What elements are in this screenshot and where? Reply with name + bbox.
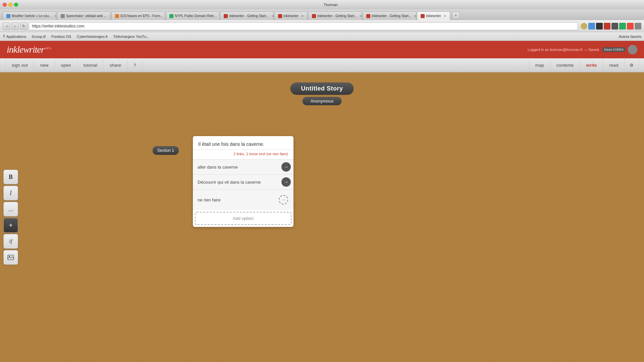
story-card-text[interactable]: Il était une fois dans la caverne.: [193, 136, 293, 150]
tab-label-4: inklewriter - Getting Start...: [229, 14, 269, 18]
browser-tab-6[interactable]: inklewriter - Getting Start... ✕: [308, 11, 362, 20]
browser-tab-0[interactable]: Modifier l'article « Le cou... ✕: [3, 11, 56, 20]
section-label[interactable]: Section 1: [153, 146, 179, 155]
italic-button[interactable]: I: [3, 186, 18, 200]
extension-icon-1[interactable]: [588, 23, 595, 29]
choice-option-0[interactable]: aller dans la caverne →: [193, 159, 293, 174]
nav-read-button[interactable]: read: [603, 58, 625, 72]
choice-arrow-1: →: [281, 177, 291, 187]
choice-text-1: Découvrir qui vit dans la caverne: [193, 176, 279, 189]
browser-tab-4[interactable]: inklewriter - Getting Start... ✕: [220, 11, 274, 20]
story-author-pill[interactable]: Anonymous: [303, 97, 342, 105]
bold-button[interactable]: B: [3, 170, 18, 184]
nav-map-button[interactable]: map: [529, 58, 550, 72]
browser-tab-5[interactable]: inklewriter ✕: [274, 11, 308, 20]
image-icon: [7, 255, 14, 260]
extension-icon-5[interactable]: [619, 23, 626, 29]
back-button[interactable]: ◀: [3, 22, 10, 30]
choice-option-2[interactable]: ne rien faire →: [193, 189, 293, 210]
story-title-container: Untitled Story Anonymous: [290, 82, 354, 105]
bookmark-autres[interactable]: Autres favoris: [619, 35, 641, 39]
story-card: Il était une fois dans la caverne. 2 lin…: [193, 136, 293, 227]
traffic-lights: [3, 3, 18, 7]
tab-label-2: EDU'bases en EPS - Form...: [120, 14, 163, 18]
tab-close-8[interactable]: ✕: [444, 14, 446, 18]
close-button[interactable]: [3, 3, 7, 7]
app-logo: inklewriterBETA: [7, 44, 51, 55]
if-condition-button[interactable]: if: [3, 234, 18, 249]
bookmarks-bar: ⠿ Applications Scoop.it! Freebox OS Cybe…: [0, 32, 644, 41]
browser-tab-8[interactable]: inklewriter ✕: [417, 11, 450, 20]
app-header: inklewriterBETA Logged in as ticeman@tic…: [0, 41, 644, 58]
bookmark-freebox[interactable]: Freebox OS: [51, 35, 71, 39]
user-avatar[interactable]: [628, 45, 637, 54]
extension-icon-4[interactable]: [611, 23, 618, 29]
future-badge: future CORES: [602, 47, 625, 52]
bookmark-cyberhistoire[interactable]: Cyberhistoiregeo.fr: [76, 35, 108, 39]
choice-arrow-container-2: →: [273, 190, 293, 210]
nav-help-button[interactable]: ?: [127, 58, 143, 72]
tab-label-0: Modifier l'article « Le cou...: [12, 14, 52, 18]
tab-label-1: Speechator: utilidad web ...: [66, 14, 107, 18]
extension-icon-2[interactable]: [596, 23, 603, 29]
bookmark-star-icon[interactable]: [581, 23, 587, 29]
browser-title-bar: Ticeman: [0, 0, 644, 9]
browser-tab-2[interactable]: EDU'bases en EPS - Form... ✕: [111, 11, 165, 20]
extension-icon-6[interactable]: [627, 23, 634, 29]
bookmark-applications[interactable]: ⠿ Applications: [3, 34, 26, 39]
tab-close-5[interactable]: ✕: [301, 14, 304, 18]
nav-share-button[interactable]: share: [104, 58, 127, 72]
nav-tutorial-button[interactable]: tutorial: [77, 58, 104, 72]
tab-label-8: inklewriter: [426, 14, 441, 18]
bookmark-label-scoopit: Scoop.it!: [32, 35, 46, 39]
refresh-button[interactable]: ↻: [20, 22, 28, 30]
nav-write-button[interactable]: write: [580, 58, 603, 72]
choice-option-1[interactable]: Découvrir qui vit dans la caverne →: [193, 174, 293, 189]
nav-left: sign out new open tutorial share ?: [5, 58, 143, 72]
tab-close-0[interactable]: ✕: [54, 14, 56, 18]
tab-favicon-6: [312, 14, 316, 18]
tab-label-6: inklewriter - Getting Start...: [317, 14, 357, 18]
bookmark-scoopit[interactable]: Scoop.it!: [32, 35, 46, 39]
tab-close-4[interactable]: ✕: [271, 14, 274, 18]
bookmark-label-cyberhistoire: Cyberhistoiregeo.fr: [76, 35, 108, 39]
nav-right: map contents write read ⚙: [529, 58, 639, 72]
bookmark-label-freebox: Freebox OS: [51, 35, 71, 39]
nav-signout-button[interactable]: sign out: [5, 58, 34, 72]
story-title-pill[interactable]: Untitled Story: [290, 82, 354, 95]
wood-background: [0, 72, 644, 362]
fullscreen-button[interactable]: [14, 3, 18, 7]
nav-contents-button[interactable]: contents: [550, 58, 580, 72]
tab-close-1[interactable]: ✕: [109, 14, 111, 18]
tab-label-3: NYPL Public Domain Rele...: [175, 14, 217, 18]
extension-icon-3[interactable]: [604, 23, 610, 29]
browser-window-title: Ticeman: [20, 3, 641, 7]
tab-favicon-5: [278, 14, 282, 18]
nav-open-button[interactable]: open: [55, 58, 77, 72]
more-button[interactable]: ...: [3, 202, 18, 217]
bookmark-telecharger[interactable]: Téléchargeur YouTu...: [113, 35, 149, 39]
address-bar[interactable]: https://writer.inklestudios.com: [29, 22, 578, 30]
choice-arrow-container-0: →: [279, 160, 293, 174]
bookmark-label-telecharger: Téléchargeur YouTu...: [113, 35, 149, 39]
browser-tab-7[interactable]: inklewriter - Getting Start... ✕: [363, 11, 416, 20]
image-button[interactable]: [3, 250, 18, 265]
choice-arrow-container-1: →: [279, 175, 293, 189]
new-tab-button[interactable]: +: [452, 12, 460, 19]
tab-favicon-2: [115, 14, 119, 18]
tab-close-6[interactable]: ✕: [360, 14, 362, 18]
add-option-button[interactable]: Add option: [195, 212, 291, 225]
story-card-meta: 2 links, 1 loose end (ne rien faire): [193, 150, 293, 159]
choice-arrow-0: →: [281, 162, 291, 172]
choice-arrow-2: →: [279, 195, 288, 204]
forward-button[interactable]: ▶: [11, 22, 19, 30]
minimize-button[interactable]: [8, 3, 12, 7]
extension-icon-7[interactable]: [635, 23, 641, 29]
nav-new-button[interactable]: new: [34, 58, 55, 72]
browser-tab-1[interactable]: Speechator: utilidad web ... ✕: [57, 11, 111, 20]
nav-settings-button[interactable]: ⚙: [625, 58, 639, 72]
logo-text-label: inklewriter: [7, 44, 44, 55]
add-section-button[interactable]: +: [3, 218, 18, 233]
browser-tab-3[interactable]: NYPL Public Domain Rele... ✕: [166, 11, 219, 20]
tab-close-7[interactable]: ✕: [414, 14, 416, 18]
